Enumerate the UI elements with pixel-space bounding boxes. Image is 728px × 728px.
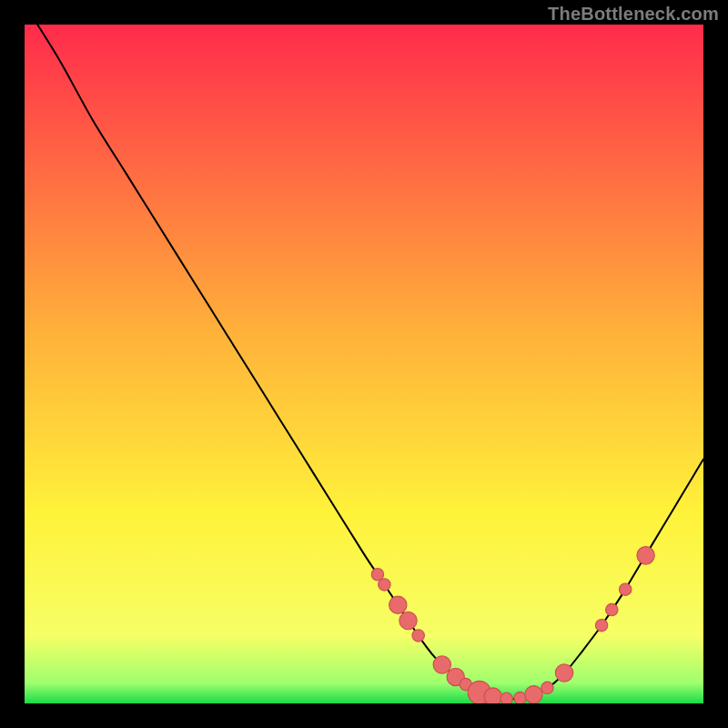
- data-marker: [412, 630, 424, 642]
- data-marker: [484, 688, 501, 703]
- bottleneck-chart: [25, 25, 703, 703]
- data-marker: [595, 619, 607, 631]
- data-marker: [500, 693, 512, 703]
- data-marker: [399, 612, 417, 629]
- data-marker: [541, 682, 553, 693]
- data-marker: [525, 686, 542, 703]
- data-marker: [379, 579, 390, 591]
- gradient-background: [25, 25, 703, 703]
- data-marker: [433, 656, 450, 673]
- data-marker: [606, 603, 618, 615]
- data-marker: [619, 583, 631, 595]
- data-marker: [555, 664, 572, 682]
- data-marker: [514, 692, 526, 703]
- data-marker: [637, 547, 654, 564]
- chart-svg: [25, 25, 703, 703]
- attribution-label: TheBottleneck.com: [548, 4, 719, 25]
- data-marker: [389, 596, 407, 613]
